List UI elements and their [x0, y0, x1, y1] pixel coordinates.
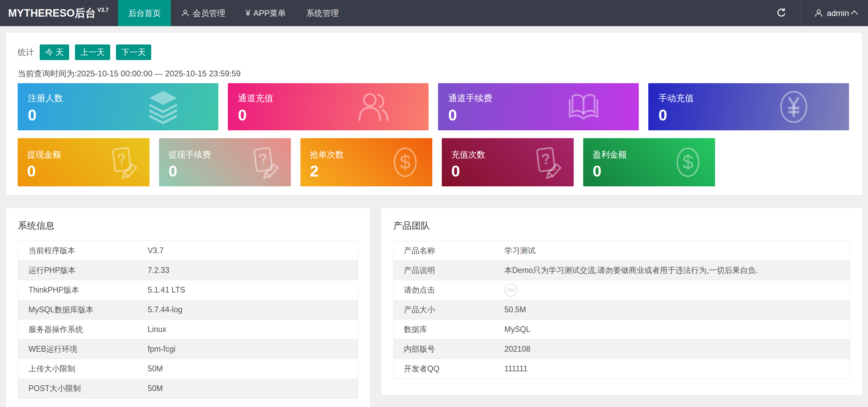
info-row: 上传大小限制 50M	[18, 359, 358, 379]
info-label: 运行PHP版本	[18, 261, 138, 280]
stat-card-title: 注册人数	[28, 92, 218, 104]
nav-item-4[interactable]: 系统管理	[296, 0, 349, 26]
info-value: fpm-fcgi	[138, 339, 358, 359]
user-icon	[814, 8, 823, 18]
product-team-panel: 产品团队 产品名称 学习测试 产品说明 本Demo只为学习测试交流,请勿要做商业…	[381, 208, 862, 395]
dollar-circle-icon: $	[389, 144, 421, 181]
nav-item-2[interactable]: 会员管理	[171, 0, 235, 26]
info-value: 本Demo只为学习测试交流,请勿要做商业或者用于违法行为,一切后果自负.	[494, 261, 850, 280]
doc-question-icon: ?	[248, 144, 280, 181]
user-menu[interactable]: admin	[801, 0, 868, 26]
info-label: 请勿点击	[394, 280, 494, 300]
stat-card: 手动充值 0	[648, 83, 849, 130]
product-team-title: 产品团队	[393, 220, 850, 232]
info-row: 产品大小 50.5M	[394, 300, 850, 320]
info-label: 当前程序版本	[18, 241, 138, 261]
refresh-button[interactable]	[762, 0, 801, 26]
stat-card-title: 手动充值	[658, 92, 849, 104]
stat-cards-row-1: 注册人数 0 通道充值 0 通道手续费 0 手动充值 0	[18, 83, 850, 130]
system-info-table: 当前程序版本 V3.7 运行PHP版本 7.2.33 ThinkPHP版本 5.…	[18, 241, 358, 399]
navbar-right: admin	[762, 0, 868, 26]
stat-card: 通道充值 0	[228, 83, 429, 130]
person-icon	[181, 9, 190, 17]
info-label: 服务器操作系统	[18, 320, 138, 339]
stat-card-title: 通道手续费	[448, 92, 639, 104]
layers-icon	[146, 88, 180, 126]
app-version: V3.7	[97, 7, 108, 13]
range-button-1[interactable]: 今 天	[40, 44, 69, 60]
stat-card: 注册人数 0	[18, 83, 218, 130]
doc-question-icon: ?	[106, 144, 139, 181]
book-icon	[566, 88, 601, 126]
stat-card: 充值次数 0 ?	[442, 138, 574, 186]
info-label: 产品说明	[394, 261, 494, 280]
svg-text:$: $	[683, 151, 693, 173]
info-label: 产品大小	[394, 300, 494, 320]
username: admin	[827, 8, 849, 18]
yen-icon: ¥	[245, 8, 250, 18]
info-value: 111111	[494, 359, 850, 379]
nav-item-3[interactable]: ¥ APP菜单	[235, 0, 296, 26]
bottom-panels: 系统信息 当前程序版本 V3.7 运行PHP版本 7.2.33 ThinkPHP…	[6, 208, 862, 407]
info-value: V3.7	[138, 241, 358, 261]
system-info-title: 系统信息	[18, 220, 358, 232]
top-navbar: MYTHERESO后台 V3.7 后台首页 会员管理 ¥ APP菜单 系统管理	[0, 0, 868, 26]
info-row: 开发者QQ 111111	[394, 359, 850, 379]
chevron-up-icon	[851, 11, 858, 18]
info-row: POST大小限制 50M	[18, 379, 358, 399]
stat-card-value: 0	[448, 107, 639, 123]
stat-card-value: 0	[238, 107, 429, 123]
main-content: 统计 今 天上一天下一天 当前查询时间为:2025-10-15 00:00:00…	[0, 26, 868, 407]
stat-card: 提现金额 0 ?	[18, 138, 150, 186]
nav-item-label: 会员管理	[193, 8, 225, 19]
info-row: 数据库 MySQL	[394, 320, 850, 339]
info-value: 50M	[138, 379, 358, 399]
stat-card: 抢单次数 2 $	[300, 138, 432, 186]
range-button-2[interactable]: 上一天	[75, 44, 110, 60]
stat-card-value: 0	[658, 107, 849, 123]
404-badge[interactable]: 404	[505, 284, 517, 297]
info-value: 5.1.41 LTS	[138, 280, 358, 300]
svg-text:?: ?	[116, 150, 127, 168]
app-logo[interactable]: MYTHERESO后台 V3.7	[0, 0, 118, 26]
stats-label: 统计	[18, 47, 34, 58]
info-label: MySQL数据库版本	[18, 300, 138, 320]
svg-text:?: ?	[540, 150, 551, 168]
info-value: 404	[494, 280, 850, 300]
info-label: WEB运行环境	[18, 339, 138, 359]
info-label: 数据库	[394, 320, 494, 339]
info-row: 请勿点击 404	[394, 280, 850, 300]
info-value: 学习测试	[494, 241, 850, 261]
doc-question-icon: ?	[530, 144, 563, 181]
stat-card-value: 0	[28, 107, 218, 123]
info-value: 7.2.33	[138, 261, 358, 280]
info-row: 运行PHP版本 7.2.33	[18, 261, 358, 280]
refresh-icon	[776, 8, 787, 18]
stat-cards-row-2: 提现金额 0 ? 提现手续费 0 ? 抢单次数 2 $ 充值次数 0 ? 盈利金…	[18, 138, 850, 186]
info-value: MySQL	[494, 320, 850, 339]
info-label: 上传大小限制	[18, 359, 138, 379]
stats-panel: 统计 今 天上一天下一天 当前查询时间为:2025-10-15 00:00:00…	[6, 33, 862, 195]
info-value: 50M	[138, 359, 358, 379]
users-icon	[356, 88, 391, 126]
range-buttons: 今 天上一天下一天	[40, 44, 151, 60]
svg-text:?: ?	[257, 150, 269, 168]
info-value: 202108	[494, 339, 850, 359]
info-label: 内部版号	[394, 339, 494, 359]
info-row: MySQL数据库版本 5.7.44-log	[18, 300, 358, 320]
svg-text:$: $	[400, 151, 411, 173]
query-time-text: 当前查询时间为:2025-10-15 00:00:00 --- 2025-10-…	[18, 68, 850, 79]
nav-item-1[interactable]: 后台首页	[118, 0, 171, 26]
info-value: 5.7.44-log	[138, 300, 358, 320]
range-button-3[interactable]: 下一天	[116, 44, 151, 60]
stat-card: 提现手续费 0 ?	[159, 138, 291, 186]
system-info-panel: 系统信息 当前程序版本 V3.7 运行PHP版本 7.2.33 ThinkPHP…	[6, 208, 370, 407]
stat-card: 盈利金额 0 $	[583, 138, 715, 186]
main-nav: 后台首页 会员管理 ¥ APP菜单 系统管理	[118, 0, 349, 26]
info-row: WEB运行环境 fpm-fcgi	[18, 339, 358, 359]
info-label: ThinkPHP版本	[18, 280, 138, 300]
stats-header: 统计 今 天上一天下一天	[18, 44, 850, 60]
info-row: 产品说明 本Demo只为学习测试交流,请勿要做商业或者用于违法行为,一切后果自负…	[394, 261, 850, 280]
info-row: 当前程序版本 V3.7	[18, 241, 358, 261]
product-team-table: 产品名称 学习测试 产品说明 本Demo只为学习测试交流,请勿要做商业或者用于违…	[393, 241, 850, 379]
